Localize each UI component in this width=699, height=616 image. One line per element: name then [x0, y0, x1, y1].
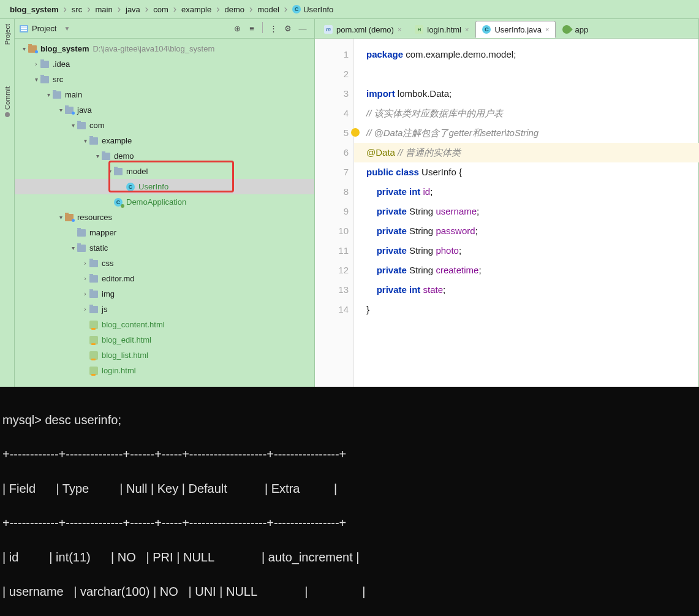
tree-folder[interactable]: ›css [15, 256, 314, 271]
tree-folder[interactable]: ▾java [15, 102, 314, 118]
expand-all-icon[interactable]: ≡ [245, 22, 259, 36]
folder-icon [89, 260, 98, 267]
maven-icon: m [324, 25, 333, 34]
folder-icon [89, 306, 98, 313]
tool-window-stripe: Project Commit [0, 19, 15, 387]
folder-icon [40, 61, 49, 68]
html-icon [89, 367, 98, 375]
folder-icon [77, 122, 86, 129]
breadcrumb-item[interactable]: java [121, 2, 145, 17]
breadcrumb-item[interactable]: blog_system [5, 2, 63, 17]
folder-icon [89, 275, 98, 283]
folder-icon [102, 153, 110, 160]
project-tree-panel: Project ▼ ⊕ ≡ ⋮ ⚙ — ▾blog_systemD:\java-… [15, 19, 315, 387]
folder-icon [28, 45, 37, 53]
hide-panel-icon[interactable]: — [296, 22, 309, 36]
html-icon: H [415, 25, 423, 34]
folder-icon [89, 291, 98, 298]
project-view-icon [20, 25, 28, 32]
tree-folder[interactable]: ▾com [15, 118, 314, 133]
line-gutter[interactable]: 123 4 5 678 91011 121314 [315, 39, 354, 387]
gear-icon[interactable]: ⚙ [281, 22, 295, 36]
tree-folder[interactable]: ›js [15, 302, 314, 317]
breadcrumb: blog_system› src› main› java› com› examp… [0, 0, 699, 19]
folder-icon [89, 137, 98, 145]
class-icon: C [482, 25, 491, 34]
folder-icon [40, 76, 49, 83]
close-icon[interactable]: × [545, 26, 549, 33]
breadcrumb-item[interactable]: src [67, 2, 87, 17]
tree-folder[interactable]: ▾resources [15, 210, 314, 225]
tree-folder-model[interactable]: ▾model [15, 164, 314, 179]
folder-icon [114, 168, 123, 175]
tree-folder[interactable]: ▾example [15, 133, 314, 148]
bulb-icon[interactable] [351, 128, 360, 137]
tab-login[interactable]: Hlogin.html× [408, 21, 475, 38]
breadcrumb-item[interactable]: example [176, 2, 216, 17]
tree-file-demoapp[interactable]: CDemoApplication [15, 194, 314, 210]
breadcrumb-item[interactable]: com [148, 2, 173, 17]
folder-icon [53, 91, 61, 99]
select-opened-icon[interactable]: ⊕ [230, 22, 244, 36]
breadcrumb-item[interactable]: main [90, 2, 117, 17]
close-icon[interactable]: × [398, 26, 401, 33]
folder-icon [65, 214, 74, 221]
tab-pom[interactable]: mpom.xml (demo)× [317, 21, 408, 38]
tree-folder[interactable]: ▾demo [15, 148, 314, 164]
tab-app[interactable]: app [556, 21, 595, 38]
class-icon: C [126, 183, 135, 191]
chevron-down-icon: ▼ [64, 25, 70, 32]
spring-icon [561, 23, 573, 36]
tree-options-icon[interactable]: ⋮ [266, 22, 280, 36]
tree-folder[interactable]: mapper [15, 225, 314, 240]
tree-root[interactable]: ▾blog_systemD:\java-gitee\java104\blog_s… [15, 41, 314, 56]
tree-file-html[interactable]: blog_content.html [15, 317, 314, 332]
breadcrumb-item[interactable]: model [252, 2, 284, 17]
folder-icon [77, 229, 86, 237]
tree-file-html[interactable]: blog_edit.html [15, 332, 314, 348]
tree-file-userinfo[interactable]: CUserInfo [15, 179, 314, 194]
tree-folder[interactable]: ▾main [15, 87, 314, 102]
folder-icon [65, 107, 74, 114]
tree-folder[interactable]: ›img [15, 286, 314, 302]
tree-file-html[interactable]: login.html [15, 363, 314, 378]
terminal-prompt: mysql> desc userinfo; [2, 411, 697, 428]
tree-folder[interactable]: ›.idea [15, 56, 314, 72]
tree-folder[interactable]: ›editor.md [15, 271, 314, 286]
mysql-terminal: mysql> desc userinfo; +------------+----… [0, 387, 699, 616]
folder-icon [77, 245, 86, 252]
side-tab-commit[interactable]: Commit [2, 84, 12, 120]
side-tab-project[interactable]: Project [2, 21, 12, 47]
tree-file-html[interactable]: blog_list.html [15, 348, 314, 363]
html-icon [89, 336, 98, 344]
tree-folder[interactable]: ▾src [15, 72, 314, 87]
breadcrumb-file[interactable]: C UserInfo [287, 2, 338, 17]
editor-tabs: mpom.xml (demo)× Hlogin.html× CUserInfo.… [315, 19, 698, 39]
class-icon: C [114, 198, 123, 207]
code-editor[interactable]: package com.example.demo.model; import l… [354, 39, 698, 387]
project-dropdown[interactable]: Project ▼ [20, 24, 70, 33]
tree-folder[interactable]: ▾static [15, 240, 314, 256]
close-icon[interactable]: × [465, 26, 469, 33]
html-icon [89, 351, 98, 360]
tab-userinfo[interactable]: CUserInfo.java× [475, 21, 556, 38]
html-icon [89, 321, 98, 329]
editor: mpom.xml (demo)× Hlogin.html× CUserInfo.… [315, 19, 699, 387]
class-icon: C [292, 5, 301, 13]
tree-header: Project ▼ ⊕ ≡ ⋮ ⚙ — [15, 19, 314, 39]
breadcrumb-item[interactable]: demo [220, 2, 250, 17]
